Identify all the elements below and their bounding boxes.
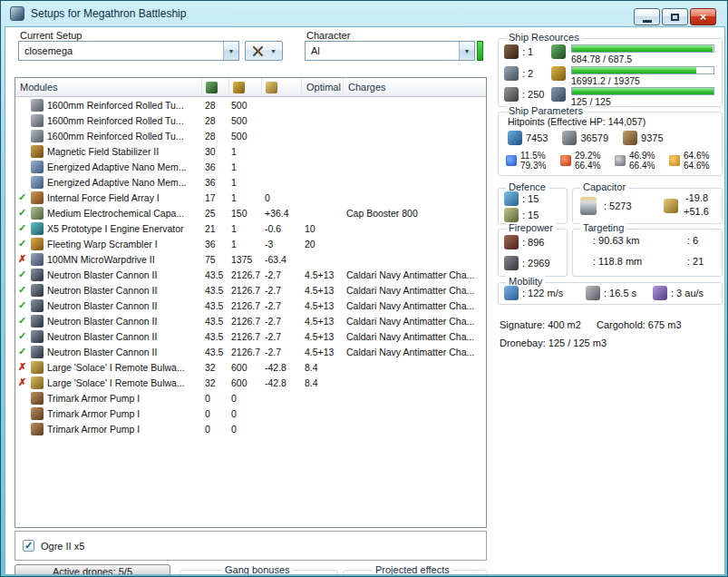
targeting-range-icon [578,235,589,246]
module-row[interactable]: Trimark Armor Pump I00 [15,421,486,436]
module-optimal-value: 8.4 [302,362,344,373]
kinetic-resist-cell: 46.9% 66.4% [615,151,669,171]
module-type-icon [31,377,44,389]
module-capacitor-value: -63.4 [262,254,302,265]
capacitor-column-header[interactable] [262,78,302,96]
module-row[interactable]: ✓X5 Prototype I Engine Enervator211-0.61… [15,220,486,236]
module-capacitor-value: -0.6 [262,223,302,234]
module-charges-value: Caldari Navy Antimatter Cha... [344,285,486,296]
module-row[interactable]: ✓Neutron Blaster Cannon II43.52126.7-2.7… [15,298,486,313]
ship-parameters-title: Ship Parameters [506,105,586,116]
close-button[interactable]: × [690,8,716,25]
max-targets-value: : 6 [687,235,698,246]
module-row[interactable]: ✗100MN MicroWarpdrive II751375-63.4 [15,251,486,267]
titlebar[interactable]: Setups for Megathron Battleship × [1,1,727,26]
cpu-usage-value: 684.78 / 687.5 [571,54,714,64]
wrench-icon [251,44,266,58]
module-row[interactable]: ✓Internal Force Field Array I1710 [15,190,486,205]
cpu-column-header[interactable] [202,78,229,96]
sensor-strength-value: : 21 [687,256,704,267]
module-charges-value: Caldari Navy Antimatter Cha... [344,269,486,280]
module-row[interactable]: ✗Large 'Solace' I Remote Bulwa...32600-4… [15,359,486,375]
module-capacitor-value: +36.4 [262,208,302,219]
module-row[interactable]: ✓Neutron Blaster Cannon II43.52126.7-2.7… [15,328,486,344]
module-cpu-value: 43.5 [202,300,229,311]
module-row[interactable]: 1600mm Reinforced Rolled Tu...28500 [15,97,486,112]
module-name-cell: Trimark Armor Pump I [15,392,202,405]
module-row[interactable]: Energized Adaptive Nano Mem...361 [15,174,486,190]
turret-dps-icon [504,235,519,249]
gang-bonuses-group[interactable]: Gang bonuses [180,570,338,575]
current-setup-label: Current Setup [20,30,82,41]
module-type-icon [31,130,44,142]
module-type-icon [31,253,44,266]
module-name-cell: 1600mm Reinforced Rolled Tu... [15,99,202,112]
modules-column-header[interactable]: Modules [15,78,202,96]
module-row[interactable]: ✓Fleeting Warp Scrambler I361-320 [15,236,486,251]
module-powergrid-value: 1 [229,177,262,188]
module-row[interactable]: Trimark Armor Pump I00 [15,390,486,406]
minimize-button[interactable] [634,8,660,25]
module-row[interactable]: Magnetic Field Stabilizer II301 [15,143,486,159]
hitpoints-row: 7453 36579 9375 [508,131,678,145]
module-cpu-value: 25 [202,208,229,219]
active-drones-button[interactable]: Active drones: 5/5 [15,564,170,575]
module-row[interactable]: 1600mm Reinforced Rolled Tu...28500 [15,112,486,128]
armor-tank-row: : 15 [504,208,539,222]
module-type-icon [31,176,44,189]
module-name: Trimark Armor Pump I [47,424,202,435]
drone-checkbox[interactable]: ✓ [23,540,34,552]
cargohold-value: Cargohold: 675 m3 [597,319,682,330]
shield-hp-value: 7453 [522,132,548,143]
powergrid-bar-fill [572,67,696,73]
resistances-row: 11.5% 79.3% 29.2% 66.4% 46.9% 66.4% [506,151,723,171]
module-row[interactable]: ✗Large 'Solace' I Remote Bulwa...32600-4… [15,375,486,390]
module-charges-value: Caldari Navy Antimatter Cha... [344,316,486,327]
projected-effects-group[interactable]: Projected effects [343,570,488,575]
module-optimal-value: 4.5+13 [302,331,344,342]
module-capacitor-value: -2.7 [262,316,302,327]
module-row[interactable]: ✓Neutron Blaster Cannon II43.52126.7-2.7… [15,282,486,298]
module-row[interactable]: ✓Neutron Blaster Cannon II43.52126.7-2.7… [15,313,486,328]
shield-tank-value: : 15 [519,193,539,204]
module-cpu-value: 36 [202,177,229,188]
module-row[interactable]: 1600mm Reinforced Rolled Tu...28500 [15,128,486,143]
module-powergrid-value: 600 [229,377,262,388]
module-row[interactable]: ✓Medium Electrochemical Capa...25150+36.… [15,205,486,220]
module-row[interactable]: Energized Adaptive Nano Mem...361 [15,159,486,174]
module-cpu-value: 28 [202,131,229,142]
module-powergrid-value: 0 [229,393,262,404]
setup-tools-button[interactable]: ▼ [245,41,283,61]
character-select-value: Al [306,45,459,56]
maximize-button[interactable] [662,8,688,25]
optimal-column-header[interactable]: Optimal [302,78,344,96]
module-row[interactable]: ✓Neutron Blaster Cannon II43.52126.7-2.7… [15,344,486,359]
module-cpu-value: 43.5 [202,269,229,280]
character-select[interactable]: Al ▼ [305,41,475,61]
module-name-cell: ✓X5 Prototype I Engine Enervator [15,222,202,235]
max-targets-row: : 6 [673,235,698,246]
setup-select[interactable]: closemega ▼ [18,41,239,61]
cpu-bar-fill [572,45,713,52]
module-name-cell: ✓Neutron Blaster Cannon II [15,330,202,343]
thermal-resist-cell: 29.2% 66.4% [560,151,615,171]
chevron-down-icon[interactable]: ▼ [459,42,474,60]
module-name: 1600mm Reinforced Rolled Tu... [47,100,202,111]
charges-column-header[interactable]: Charges [344,78,486,96]
armor-hp: 36579 [562,131,608,145]
launcher-slots-icon [504,66,519,81]
module-row[interactable]: ✓Neutron Blaster Cannon II43.52126.7-2.7… [15,267,486,282]
chevron-down-icon[interactable]: ▼ [223,42,238,60]
module-offline-cross-icon: ✗ [15,377,29,388]
module-cpu-value: 28 [202,100,229,111]
module-row[interactable]: Trimark Armor Pump I00 [15,406,486,421]
window-content: Current Setup closemega ▼ ▼ Character Al… [5,26,725,575]
powergrid-column-header[interactable] [229,78,262,96]
module-cpu-value: 28 [202,115,229,126]
module-cpu-value: 21 [202,223,229,234]
module-name-cell: Trimark Armor Pump I [15,407,202,420]
drone-bandwidth-bar [571,87,714,95]
em-armor-resist-value: 79.3% [520,161,546,171]
module-name: Neutron Blaster Cannon II [47,347,202,357]
module-name: X5 Prototype I Engine Enervator [47,223,202,234]
